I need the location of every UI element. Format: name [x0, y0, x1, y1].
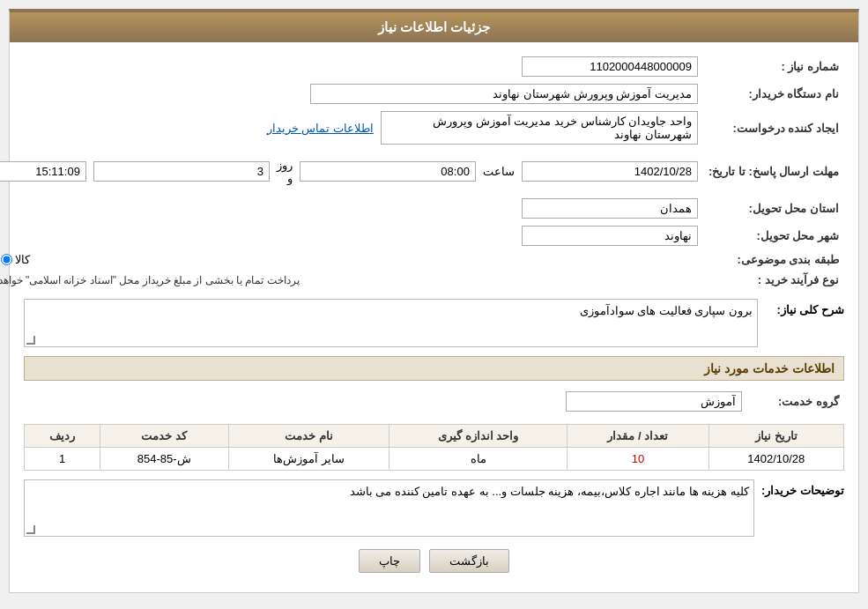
bazgasht-button[interactable]: بازگشت [429, 549, 509, 573]
sharh-koli-box: برون سپاری فعالیت های سوادآموزی [24, 299, 758, 347]
col-tedad: تعداد / مقدار [568, 425, 708, 448]
grouh-khedmat-field: آموزش [566, 391, 742, 412]
baghimande-field: 15:11:09 [0, 161, 86, 182]
tawzihat-label: توضیحات خریدار: [761, 479, 844, 497]
grouh-khedmat-label: گروه خدمت: [747, 388, 844, 415]
shomare-niaz-field: 1102000448000009 [522, 56, 698, 77]
ijad-konande-label: ایجاد کننده درخواست: [703, 108, 844, 148]
ostan-field: همدان [522, 198, 698, 219]
services-table-body: 1402/10/28 10 ماه سایر آموزش‌ها ش-85-854… [25, 448, 844, 471]
sharh-koli-label: شرح کلی نیاز: [765, 299, 844, 316]
tabaghe-value: کالا/خدمت خدمت کالا [0, 249, 703, 270]
chap-button[interactable]: چاپ [359, 549, 420, 573]
row-tarikh: 1402/10/28 [708, 448, 843, 471]
col-kod: کد خدمت [100, 425, 229, 448]
grouh-khedmat-row: گروه خدمت: آموزش [24, 388, 844, 415]
services-table: تاریخ نیاز تعداد / مقدار واحد اندازه گیر… [24, 424, 844, 471]
services-table-head: تاریخ نیاز تعداد / مقدار واحد اندازه گیر… [25, 425, 844, 448]
shomare-niaz-value: 1102000448000009 [0, 53, 703, 80]
services-table-header-row: تاریخ نیاز تعداد / مقدار واحد اندازه گیر… [25, 425, 844, 448]
row-radif: 1 [25, 448, 100, 471]
nam-dastgah-row: نام دستگاه خریدار: مدیریت آموزش وپرورش ش… [0, 80, 844, 108]
grouh-khedmat-table: گروه خدمت: آموزش [24, 388, 844, 415]
col-radif: ردیف [25, 425, 100, 448]
noe-farayand-desc: پرداخت تمام یا بخشی از مبلغ خریداز محل "… [0, 274, 300, 286]
ostan-value: همدان [0, 195, 703, 222]
tawzihat-resize-handle[interactable] [26, 525, 35, 534]
saat-field: 08:00 [300, 161, 476, 182]
shahr-field: نهاوند [522, 226, 698, 246]
etelaat-tamas-link[interactable]: اطلاعات تماس خریدار [267, 122, 374, 135]
page-container: جزئیات اطلاعات نیاز شماره نیاز : 1102000… [0, 0, 868, 609]
row-nam: سایر آموزش‌ها [228, 448, 389, 471]
kala-radio-item[interactable]: کالا [1, 253, 30, 266]
mohlat-label: مهلت ارسال پاسخ: تا تاریخ: [703, 148, 844, 195]
kala-label: کالا [15, 253, 30, 266]
noe-farayand-value: متوسط جزیی پرداخت تمام یا بخشی از مبلغ خ… [0, 270, 703, 290]
tawzihat-box: کلیه هزینه ها مانند اجاره کلاس،بیمه، هزی… [24, 479, 754, 537]
page-title: جزئیات اطلاعات نیاز [378, 19, 490, 34]
roz-field: 3 [93, 161, 270, 182]
row-vahed: ماه [389, 448, 567, 471]
shahr-label: شهر محل تحویل: [703, 222, 844, 249]
resize-handle[interactable] [26, 336, 35, 345]
col-tarikh: تاریخ نیاز [708, 425, 843, 448]
ijad-konande-value: واحد جاویدان کارشناس خرید مدیریت آموزش و… [0, 108, 703, 148]
mohlat-row: مهلت ارسال پاسخ: تا تاریخ: 1402/10/28 سا… [0, 148, 844, 195]
date-field: 1402/10/28 [522, 161, 698, 182]
table-row: 1402/10/28 10 ماه سایر آموزش‌ها ش-85-854… [25, 448, 844, 471]
sharh-koli-value: برون سپاری فعالیت های سوادآموزی [580, 304, 753, 317]
col-vahed: واحد اندازه گیری [389, 425, 567, 448]
col-nam: نام خدمت [228, 425, 389, 448]
ostan-label: استان محل تحویل: [703, 195, 844, 222]
main-card: جزئیات اطلاعات نیاز شماره نیاز : 1102000… [9, 9, 859, 593]
ijad-konande-field: واحد جاویدان کارشناس خرید مدیریت آموزش و… [381, 111, 698, 145]
grouh-khedmat-value: آموزش [24, 388, 747, 415]
nam-dastgah-field: مدیریت آموزش وپرورش شهرستان نهاوند [310, 84, 698, 104]
tabaghe-row: طبقه بندی موضوعی: کالا/خدمت خدمت [0, 249, 844, 270]
button-row: بازگشت چاپ [24, 549, 844, 573]
noe-farayand-label: نوع فرآیند خرید : [703, 270, 844, 290]
ostan-row: استان محل تحویل: همدان [0, 195, 844, 222]
nam-dastgah-value: مدیریت آموزش وپرورش شهرستان نهاوند [0, 80, 703, 108]
tawzihat-section: توضیحات خریدار: کلیه هزینه ها مانند اجار… [24, 479, 844, 537]
roz-label: روز و [277, 159, 293, 185]
shahr-row: شهر محل تحویل: نهاوند [0, 222, 844, 249]
shomare-niaz-row: شماره نیاز : 1102000448000009 [0, 53, 844, 80]
ijad-konande-row: ایجاد کننده درخواست: واحد جاویدان کارشنا… [0, 108, 844, 148]
tawzihat-value: کلیه هزینه ها مانند اجاره کلاس،بیمه، هزی… [350, 485, 749, 498]
tabaghe-label: طبقه بندی موضوعی: [703, 249, 844, 270]
section2-header: اطلاعات خدمات مورد نیاز [24, 356, 844, 381]
noe-farayand-row: نوع فرآیند خرید : متوسط جزیی [0, 270, 844, 290]
card-body: شماره نیاز : 1102000448000009 نام دستگاه… [10, 42, 858, 592]
row-kod: ش-85-854 [100, 448, 229, 471]
kala-radio[interactable] [1, 254, 12, 265]
shahr-value: نهاوند [0, 222, 703, 249]
sharh-koli-section: شرح کلی نیاز: برون سپاری فعالیت های سواد… [24, 299, 844, 347]
mohlat-value: 1402/10/28 ساعت 08:00 روز و 3 15:11:09 س… [0, 148, 703, 195]
shomare-niaz-label: شماره نیاز : [703, 53, 844, 80]
card-header: جزئیات اطلاعات نیاز [10, 12, 858, 42]
info-section-basic: شماره نیاز : 1102000448000009 نام دستگاه… [0, 53, 844, 290]
row-tedad: 10 [568, 448, 708, 471]
nam-dastgah-label: نام دستگاه خریدار: [703, 80, 844, 108]
saat-label: ساعت [483, 165, 515, 178]
